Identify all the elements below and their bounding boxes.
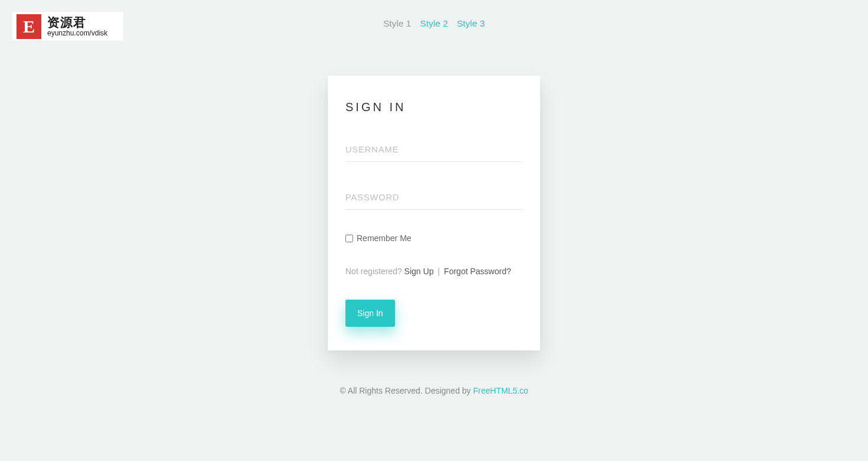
site-logo[interactable]: E 资源君 eyunzhu.com/vdisk [11,11,124,41]
logo-cn-text: 资源君 [47,16,107,28]
not-registered-text: Not registered? [345,267,404,276]
password-input[interactable] [345,186,523,210]
card-title: SIGN IN [345,100,523,114]
style-nav: Style 1 Style 2 Style 3 [383,18,485,29]
forgot-password-link[interactable]: Forgot Password? [444,267,511,276]
footer-text: © All Rights Reserved. Designed by [340,386,473,395]
remember-me-checkbox[interactable] [345,235,353,242]
nav-style-3[interactable]: Style 3 [457,18,485,29]
remember-me-text: Remember Me [357,233,412,243]
nav-style-1[interactable]: Style 1 [383,18,411,29]
sign-in-button[interactable]: Sign In [345,300,395,327]
separator: | [433,267,443,276]
logo-en-text: eyunzhu.com/vdisk [47,30,107,37]
logo-badge: E [17,14,41,39]
footer-link[interactable]: FreeHTML5.co [473,386,528,395]
sign-up-link[interactable]: Sign Up [404,267,434,276]
aux-line: Not registered? Sign Up | Forgot Passwor… [345,267,523,276]
logo-text: 资源君 eyunzhu.com/vdisk [47,16,107,37]
nav-style-2[interactable]: Style 2 [420,18,448,29]
username-input[interactable] [345,138,523,162]
footer: © All Rights Reserved. Designed by FreeH… [340,386,528,395]
signin-card: SIGN IN Remember Me Not registered? Sign… [328,76,540,350]
remember-me-label[interactable]: Remember Me [345,233,523,243]
